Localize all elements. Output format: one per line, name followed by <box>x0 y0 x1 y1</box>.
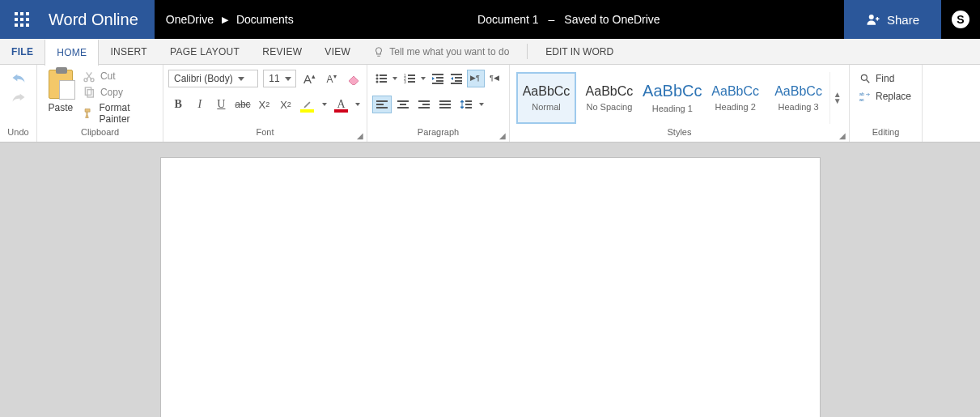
highlight-dropdown[interactable] <box>320 103 328 106</box>
bold-button[interactable]: B <box>170 96 187 113</box>
paintbrush-icon <box>83 107 95 120</box>
bullets-icon <box>375 72 388 85</box>
svg-text:ac: ac <box>859 97 864 102</box>
font-name-dropdown[interactable]: Calibri (Body) <box>168 70 258 87</box>
highlight-button[interactable] <box>299 96 316 113</box>
svg-rect-20 <box>432 83 443 84</box>
line-spacing-dropdown[interactable] <box>477 103 486 106</box>
undo-icon <box>11 71 27 84</box>
svg-rect-28 <box>376 104 384 105</box>
app-launcher-button[interactable] <box>0 0 44 39</box>
indent-icon <box>450 72 463 85</box>
tab-home[interactable]: HOME <box>45 40 99 66</box>
style-no-spacing[interactable]: AaBbCc No Spacing <box>579 72 639 124</box>
svg-text:3: 3 <box>404 79 406 84</box>
scissors-icon <box>83 70 95 83</box>
font-dialog-launcher[interactable]: ◢ <box>357 131 363 140</box>
font-color-button[interactable]: A <box>333 96 350 113</box>
paste-button[interactable]: Paste <box>42 68 79 113</box>
highlighter-icon <box>302 99 313 110</box>
font-size-dropdown[interactable]: 11 <box>263 70 296 87</box>
styles-dialog-launcher[interactable]: ◢ <box>839 131 846 140</box>
tab-view[interactable]: VIEW <box>313 39 362 64</box>
numbering-button[interactable]: 123 <box>401 70 418 87</box>
strikethrough-button[interactable]: abc <box>235 96 252 113</box>
tell-me-search[interactable]: Tell me what you want to do <box>362 39 520 64</box>
tab-file[interactable]: FILE <box>0 39 45 64</box>
rtl-button[interactable]: ¶◀ <box>486 70 504 87</box>
ltr-button[interactable]: ▶¶ <box>467 70 485 87</box>
svg-point-2 <box>91 79 94 82</box>
svg-text:ab: ab <box>859 91 864 96</box>
group-label-undo: Undo <box>0 127 36 142</box>
svg-rect-27 <box>376 100 388 102</box>
style-heading-2[interactable]: AaBbCc Heading 2 <box>706 72 766 124</box>
font-color-dropdown[interactable] <box>354 103 362 106</box>
line-spacing-button[interactable] <box>456 96 476 113</box>
svg-rect-23 <box>455 80 462 82</box>
group-editing: Find abac Replace Editing <box>850 65 923 142</box>
breadcrumb-item[interactable]: Documents <box>236 13 294 26</box>
group-label-clipboard: Clipboard <box>37 127 163 142</box>
styles-more-button[interactable]: ▲ ▼ <box>829 72 844 124</box>
style-heading-1[interactable]: AaBbCc Heading 1 <box>643 72 702 124</box>
find-label: Find <box>876 73 894 84</box>
document-page[interactable] <box>160 157 821 417</box>
svg-point-5 <box>375 74 378 77</box>
align-left-button[interactable] <box>372 96 392 113</box>
superscript-button[interactable]: X2 <box>278 96 295 113</box>
style-heading-3[interactable]: AaBbCc Heading 3 <box>769 72 829 124</box>
share-button[interactable]: Share <box>844 0 941 39</box>
svg-rect-39 <box>465 100 472 102</box>
align-center-button[interactable] <box>393 96 413 113</box>
line-spacing-icon <box>460 98 473 111</box>
align-right-icon <box>418 98 431 111</box>
copy-button[interactable]: Copy <box>83 86 158 99</box>
tab-page-layout[interactable]: PAGE LAYOUT <box>159 39 251 64</box>
style-normal[interactable]: AaBbCc Normal <box>516 72 576 124</box>
italic-button[interactable]: I <box>192 96 209 113</box>
group-label-font: Font ◢ <box>163 127 367 142</box>
undo-button[interactable] <box>11 71 27 84</box>
breadcrumb-item[interactable]: OneDrive <box>166 13 214 26</box>
paragraph-dialog-launcher[interactable]: ◢ <box>499 131 506 140</box>
svg-rect-31 <box>400 104 406 105</box>
clear-formatting-button[interactable] <box>345 70 362 87</box>
format-painter-button[interactable]: Format Painter <box>83 102 158 125</box>
rtl-icon: ¶◀ <box>489 72 502 85</box>
underline-button[interactable]: U <box>213 96 230 113</box>
svg-rect-17 <box>432 74 443 75</box>
style-preview: AaBbCc <box>643 82 702 100</box>
group-label-editing: Editing <box>850 127 922 142</box>
bullets-button[interactable] <box>372 70 390 87</box>
redo-button[interactable] <box>11 91 27 104</box>
find-button[interactable]: Find <box>859 73 911 84</box>
grow-font-button[interactable]: A▴ <box>301 70 318 87</box>
group-font: Calibri (Body) 11 A▴ A▾ B I U abc X2 X2 <box>163 65 367 142</box>
document-canvas[interactable] <box>0 143 980 417</box>
svg-rect-12 <box>408 74 415 76</box>
tab-insert[interactable]: INSERT <box>99 39 159 64</box>
svg-rect-10 <box>380 81 387 83</box>
increase-indent-button[interactable] <box>448 70 466 87</box>
group-styles: AaBbCc Normal AaBbCc No Spacing AaBbCc H… <box>510 65 850 142</box>
justify-button[interactable] <box>435 96 455 113</box>
subscript-button[interactable]: X2 <box>256 96 273 113</box>
numbering-dropdown[interactable] <box>420 77 427 80</box>
align-right-button[interactable] <box>414 96 434 113</box>
skype-button[interactable]: S <box>941 0 980 39</box>
cut-button[interactable]: Cut <box>83 70 158 83</box>
bullets-dropdown[interactable] <box>392 77 399 80</box>
shrink-font-icon: A▾ <box>326 73 336 85</box>
brand-label[interactable]: Word Online <box>44 0 155 39</box>
chevron-right-icon: ▶ <box>222 15 228 25</box>
tab-review[interactable]: REVIEW <box>251 39 313 64</box>
group-paragraph: 123 ▶¶ ¶◀ Paragraph ◢ <box>367 65 510 142</box>
replace-button[interactable]: abac Replace <box>859 91 911 102</box>
document-title[interactable]: Document 1 <box>477 13 538 26</box>
svg-text:¶◀: ¶◀ <box>490 74 499 82</box>
format-painter-label: Format Painter <box>100 102 158 125</box>
decrease-indent-button[interactable] <box>429 70 447 87</box>
shrink-font-button[interactable]: A▾ <box>323 70 340 87</box>
edit-in-word-button[interactable]: EDIT IN WORD <box>534 39 625 64</box>
